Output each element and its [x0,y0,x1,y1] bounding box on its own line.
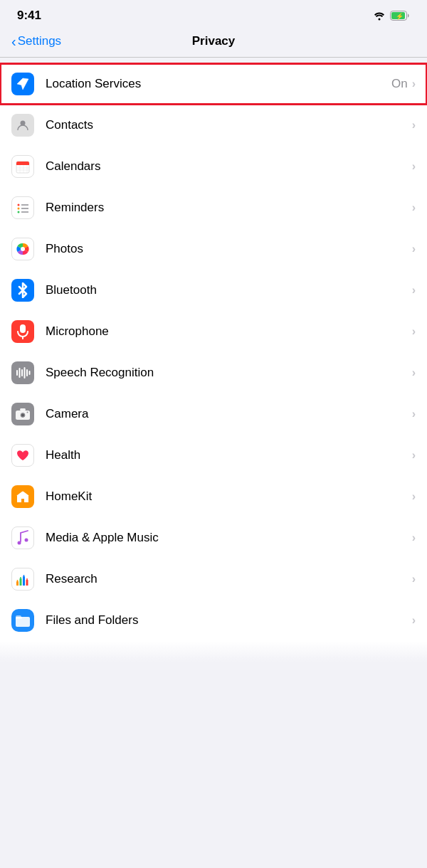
wifi-icon [373,11,386,21]
speech-recognition-icon [11,361,34,384]
page-title: Privacy [192,34,236,48]
homekit-icon [11,485,34,508]
contacts-icon [11,114,34,137]
bluetooth-icon [11,279,34,302]
status-bar: 9:41 ⚡ [0,0,427,28]
settings-item-contacts[interactable]: Contacts › [0,105,427,146]
reminders-icon [11,196,34,219]
camera-icon [11,403,34,425]
settings-item-speech-recognition[interactable]: Speech Recognition › [0,352,427,393]
reminders-label: Reminders [46,201,412,215]
calendars-chevron: › [412,160,416,173]
settings-item-microphone[interactable]: Microphone › [0,311,427,352]
svg-rect-25 [24,367,26,379]
settings-item-health[interactable]: Health › [0,435,427,476]
nav-bar: ‹ Settings Privacy [0,28,427,57]
settings-item-calendars[interactable]: Calendars › [0,146,427,187]
svg-rect-36 [20,578,22,586]
svg-point-33 [18,541,21,545]
media-apple-music-label: Media & Apple Music [46,531,412,545]
settings-item-photos[interactable]: Photos › [0,228,427,270]
location-services-label: Location Services [46,77,391,91]
health-label: Health [46,448,412,462]
microphone-icon [11,320,34,343]
files-and-folders-icon [11,609,34,632]
settings-item-location-services[interactable]: Location Services On › [0,63,427,105]
files-and-folders-label: Files and Folders [46,613,412,628]
svg-rect-20 [20,324,26,333]
contacts-label: Contacts [46,118,412,132]
speech-recognition-chevron: › [412,366,416,379]
svg-point-34 [25,539,28,542]
location-services-value: On [391,77,408,91]
svg-point-32 [27,412,28,413]
location-services-chevron: › [412,78,416,90]
camera-label: Camera [46,407,412,421]
bluetooth-label: Bluetooth [46,283,412,297]
svg-rect-38 [26,580,28,586]
contacts-chevron: › [412,119,416,132]
battery-icon: ⚡ [390,11,410,21]
svg-rect-35 [16,581,19,586]
media-apple-music-icon [11,526,34,549]
calendars-label: Calendars [46,159,412,174]
microphone-label: Microphone [46,324,412,339]
location-services-icon [11,73,34,95]
svg-rect-27 [29,371,31,375]
settings-item-media-apple-music[interactable]: Media & Apple Music › [0,517,427,559]
svg-point-19 [21,247,25,251]
research-icon [11,568,34,591]
settings-item-research[interactable]: Research › [0,559,427,600]
homekit-label: HomeKit [46,489,412,504]
svg-text:⚡: ⚡ [396,12,404,21]
settings-item-camera[interactable]: Camera › [0,393,427,435]
back-button[interactable]: ‹ Settings [11,33,61,50]
svg-rect-45 [16,615,21,618]
photos-chevron: › [412,243,416,255]
svg-rect-31 [20,408,26,411]
health-chevron: › [412,449,416,462]
reminders-chevron: › [412,201,416,214]
settings-item-homekit[interactable]: HomeKit › [0,476,427,517]
media-apple-music-chevron: › [412,531,416,544]
svg-rect-37 [23,576,25,586]
research-label: Research [46,572,412,586]
svg-rect-7 [16,164,29,165]
svg-rect-22 [16,370,18,376]
health-icon [11,444,34,467]
svg-point-30 [21,414,24,417]
status-time: 9:41 [17,9,41,23]
settings-item-reminders[interactable]: Reminders › [0,187,427,228]
svg-rect-23 [19,368,21,378]
svg-rect-24 [21,369,23,376]
svg-point-42 [26,578,28,580]
svg-rect-26 [26,369,28,376]
back-chevron-icon: ‹ [11,33,16,50]
microphone-chevron: › [412,325,416,338]
svg-point-39 [17,580,19,581]
svg-point-15 [18,211,20,213]
status-icons: ⚡ [373,11,410,21]
speech-recognition-label: Speech Recognition [46,366,412,380]
section-spacer [0,58,427,63]
calendars-icon [11,155,34,178]
bluetooth-chevron: › [412,284,416,297]
research-chevron: › [412,573,416,586]
settings-list: Location Services On › Contacts › [0,63,427,641]
photos-icon [11,238,34,260]
camera-chevron: › [412,408,416,420]
files-and-folders-chevron: › [412,614,416,627]
homekit-chevron: › [412,490,416,503]
bottom-fade [0,641,427,662]
back-label: Settings [18,34,61,48]
settings-item-files-and-folders[interactable]: Files and Folders › [0,600,427,641]
svg-point-0 [379,18,381,20]
svg-point-41 [23,575,25,576]
photos-label: Photos [46,242,412,256]
svg-point-13 [18,204,20,206]
settings-item-bluetooth[interactable]: Bluetooth › [0,270,427,311]
svg-point-14 [18,208,20,210]
svg-point-40 [20,577,21,578]
